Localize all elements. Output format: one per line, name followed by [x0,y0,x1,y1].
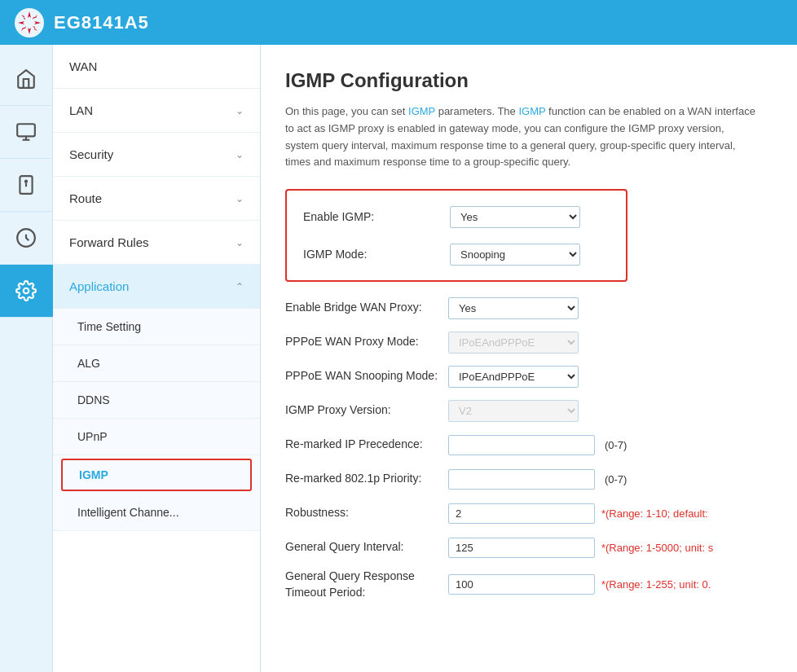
remarked-802-label: Re-marked 802.1p Priority: [285,471,448,487]
igmp-link-2[interactable]: IGMP [518,105,545,117]
general-query-response-input[interactable] [448,574,595,595]
igmp-mode-select[interactable]: Snooping Proxy [450,244,580,266]
sidebar-item-application[interactable]: Application ⌃ [53,265,260,309]
general-query-response-label: General Query Response Timeout Period: [285,569,448,600]
pppoe-snooping-select[interactable]: IPoEAndPPPoE PPPoE IPoE [448,366,579,388]
sidebar-item-lan-label: LAN [69,103,93,117]
sidebar-item-route-label: Route [69,191,102,205]
icon-bar-route[interactable] [0,212,53,265]
sidebar-sub-item-intelligent-channel[interactable]: Intelligent Channe... [53,494,260,531]
remarked-802-hint: (0-7) [605,473,627,485]
sidebar-item-route[interactable]: Route ⌄ [53,177,260,221]
form-row-igmp-proxy-version: IGMP Proxy Version: V2 V3 [285,397,773,424]
icon-bar [0,45,53,672]
page-description: On this page, you can set IGMP parameter… [285,103,758,171]
enable-igmp-select[interactable]: Yes No [450,206,580,228]
header: EG8141A5 [0,0,797,45]
sidebar-sub-item-time-setting[interactable]: Time Setting [53,309,260,345]
icon-bar-home[interactable] [0,53,53,106]
remarked-802-control: (0-7) [448,469,627,490]
robustness-label: Robustness: [285,505,448,521]
icon-bar-security[interactable] [0,159,53,212]
igmp-mode-control: Snooping Proxy [450,244,580,266]
sidebar-sub-item-upnp[interactable]: UPnP [53,419,260,455]
general-query-interval-input[interactable] [448,538,595,558]
pppoe-snooping-control: IPoEAndPPPoE PPPoE IPoE [448,366,579,388]
chevron-down-icon: ⌄ [236,105,244,116]
chevron-down-icon: ⌄ [236,193,244,204]
remarked-ip-hint: (0-7) [605,439,627,451]
robustness-hint: *(Range: 1-10; default: [601,507,708,520]
robustness-input[interactable] [448,503,595,524]
enable-igmp-control: Yes No [450,206,580,228]
pppoe-proxy-control: IPoEAndPPPoE PPPoE IPoE [448,332,579,354]
form-row-enable-igmp: Enable IGMP: Yes No [303,204,610,230]
form-row-robustness: Robustness: *(Range: 1-10; default: [285,500,773,526]
general-query-interval-label: General Query Interval: [285,539,448,556]
sidebar-item-forward-rules-label: Forward Rules [69,235,149,249]
logo: EG8141A5 [13,7,149,39]
form-row-general-query-response: General Query Response Timeout Period: *… [285,569,773,600]
igmp-link-1[interactable]: IGMP [408,105,435,117]
sidebar-sub-item-alg[interactable]: ALG [53,345,260,382]
svg-point-8 [24,288,29,294]
enable-bridge-control: Yes No [448,297,579,319]
chevron-up-icon: ⌃ [236,281,244,292]
igmp-proxy-version-select[interactable]: V2 V3 [448,400,579,422]
form-row-igmp-mode: IGMP Mode: Snooping Proxy [303,241,610,267]
general-query-interval-control: *(Range: 1-5000; unit: s [448,538,713,558]
sidebar-item-security-label: Security [69,147,113,161]
enable-igmp-label: Enable IGMP: [303,210,450,223]
pppoe-proxy-label: PPPoE WAN Proxy Mode: [285,334,448,350]
sidebar-item-wan-label: WAN [69,59,97,73]
form-row-remarked-ip: Re-marked IP Precedence: (0-7) [285,432,773,458]
sidebar-item-lan[interactable]: LAN ⌄ [53,89,260,133]
sidebar-item-forward-rules[interactable]: Forward Rules ⌄ [53,221,260,265]
form-row-pppoe-snooping: PPPoE WAN Snooping Mode: IPoEAndPPPoE PP… [285,363,773,389]
sidebar: WAN LAN ⌄ Security ⌄ Route ⌄ Forward Rul… [53,45,261,672]
remarked-ip-input[interactable] [448,435,595,455]
chevron-down-icon: ⌄ [236,149,244,160]
form-section-outer: Enable Bridge WAN Proxy: Yes No PPPoE WA… [285,295,773,600]
chevron-down-icon: ⌄ [236,237,244,248]
sidebar-sub-item-ddns[interactable]: DDNS [53,382,260,419]
header-title: EG8141A5 [54,12,149,33]
sidebar-item-wan[interactable]: WAN [53,45,260,89]
general-query-response-hint: *(Range: 1-255; unit: 0. [601,578,711,591]
form-row-remarked-802: Re-marked 802.1p Priority: (0-7) [285,466,773,492]
icon-bar-settings[interactable] [0,265,53,318]
sidebar-sub-item-igmp[interactable]: IGMP [61,459,252,491]
igmp-config-box: Enable IGMP: Yes No IGMP Mode: Snooping … [285,189,627,282]
svg-rect-1 [17,124,35,136]
remarked-ip-label: Re-marked IP Precedence: [285,437,448,453]
remarked-802-input[interactable] [448,469,595,490]
igmp-mode-label: IGMP Mode: [303,248,450,261]
enable-bridge-select[interactable]: Yes No [448,297,579,319]
main-content: IGMP Configuration On this page, you can… [261,45,797,672]
form-row-general-query-interval: General Query Interval: *(Range: 1-5000;… [285,534,773,560]
page-title: IGMP Configuration [285,69,773,92]
svg-point-6 [25,181,27,182]
igmp-proxy-version-label: IGMP Proxy Version: [285,402,448,419]
sidebar-sub-menu: Time Setting ALG DDNS UPnP IGMP Intellig… [53,309,260,531]
sidebar-item-security[interactable]: Security ⌄ [53,133,260,177]
huawei-logo-icon [13,7,46,39]
icon-bar-status[interactable] [0,106,53,159]
general-query-interval-hint: *(Range: 1-5000; unit: s [601,542,713,554]
body-wrap: WAN LAN ⌄ Security ⌄ Route ⌄ Forward Rul… [0,45,797,672]
igmp-proxy-version-control: V2 V3 [448,400,579,422]
robustness-control: *(Range: 1-10; default: [448,503,708,524]
general-query-response-control: *(Range: 1-255; unit: 0. [448,574,711,595]
pppoe-snooping-label: PPPoE WAN Snooping Mode: [285,368,448,384]
form-row-pppoe-proxy: PPPoE WAN Proxy Mode: IPoEAndPPPoE PPPoE… [285,329,773,355]
pppoe-proxy-select[interactable]: IPoEAndPPPoE PPPoE IPoE [448,332,579,354]
enable-bridge-label: Enable Bridge WAN Proxy: [285,300,448,316]
remarked-ip-control: (0-7) [448,435,627,455]
form-row-enable-bridge: Enable Bridge WAN Proxy: Yes No [285,295,773,321]
sidebar-item-application-label: Application [69,279,129,293]
